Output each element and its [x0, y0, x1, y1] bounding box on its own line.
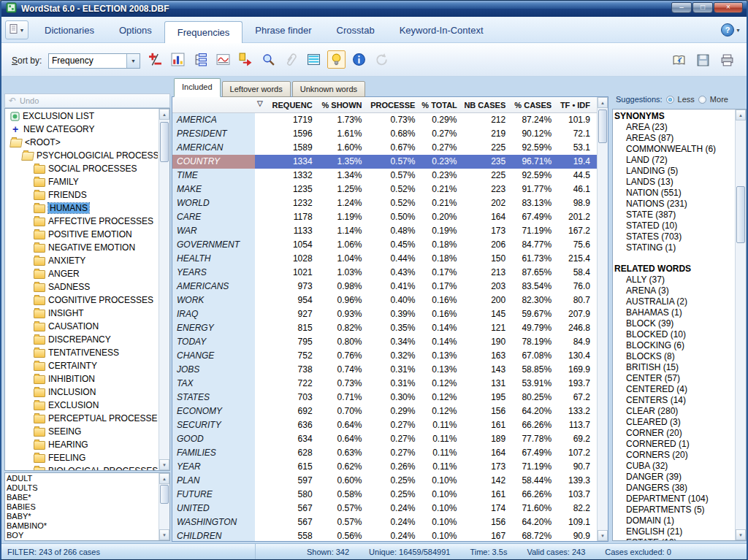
cell-pct_shown[interactable]: 1.60%: [319, 141, 369, 155]
cell-pct_shown[interactable]: 0.57%: [319, 502, 369, 515]
table-row[interactable]: JOBS7380.74%0.31%0.13%14358.85%169.9: [172, 363, 597, 377]
cell-pct_cases[interactable]: 58.85%: [512, 363, 558, 377]
cell-pct_shown[interactable]: 0.57%: [319, 515, 369, 529]
cell-word[interactable]: MAKE: [172, 183, 255, 196]
suggestion-item[interactable]: STATE (387): [614, 210, 734, 220]
cell-tf_idf[interactable]: 58.4: [558, 266, 597, 280]
cell-pct_shown[interactable]: 0.93%: [319, 307, 369, 321]
cell-pct_cases[interactable]: 67.49%: [512, 446, 558, 460]
cell-processed[interactable]: 0.29%: [369, 404, 422, 418]
suggestion-item[interactable]: STATING (1): [614, 242, 734, 253]
tab-keyword-in-context[interactable]: Keyword-In-Context: [387, 18, 496, 43]
tree-item-friends[interactable]: FRIENDS: [6, 188, 158, 202]
cell-tf_idf[interactable]: 109.1: [558, 515, 597, 529]
table-row[interactable]: WORLD12321.24%0.52%0.21%20283.13%98.9: [172, 196, 597, 210]
cell-frequency[interactable]: 973: [255, 280, 319, 294]
close-button[interactable]: ×: [714, 2, 743, 13]
scroll-down-icon[interactable]: ▼: [159, 459, 169, 470]
cell-tf_idf[interactable]: 67.2: [558, 391, 597, 404]
cell-processed[interactable]: 0.27%: [369, 446, 422, 460]
cell-nb_cases[interactable]: 142: [463, 474, 512, 488]
tree-item-perceptual-processes[interactable]: PERCEPTUAL PROCESSES: [6, 412, 158, 425]
suggestion-item[interactable]: BLOCKS (8): [614, 351, 734, 362]
cell-nb_cases[interactable]: 213: [463, 266, 512, 280]
cell-pct_total[interactable]: 0.10%: [421, 488, 463, 502]
cell-frequency[interactable]: 752: [255, 349, 319, 363]
cell-word[interactable]: WORLD: [172, 196, 255, 210]
cell-frequency[interactable]: 722: [255, 377, 319, 391]
cell-pct_cases[interactable]: 87.24%: [512, 113, 558, 127]
cell-pct_shown[interactable]: 0.73%: [319, 377, 369, 391]
tab-options[interactable]: Options: [107, 18, 164, 43]
suggestion-item[interactable]: STATES (703): [614, 231, 734, 242]
suggestions-lightbulb-icon[interactable]: [327, 50, 346, 69]
col-header-total[interactable]: % TOTAL: [421, 101, 463, 110]
cell-frequency[interactable]: 567: [255, 502, 319, 515]
table-row[interactable]: UNITED5670.57%0.24%0.10%17471.60%82.2: [172, 502, 597, 515]
cell-processed[interactable]: 0.40%: [369, 294, 422, 307]
cell-pct_total[interactable]: 0.17%: [421, 280, 463, 294]
cell-nb_cases[interactable]: 164: [463, 446, 512, 460]
cell-pct_shown[interactable]: 1.25%: [319, 183, 369, 196]
cell-pct_cases[interactable]: 92.59%: [512, 141, 558, 155]
table-row[interactable]: PLAN5970.60%0.25%0.10%14258.44%139.3: [172, 474, 597, 488]
cell-pct_total[interactable]: 0.10%: [421, 474, 463, 488]
cell-pct_shown[interactable]: 0.80%: [319, 335, 369, 349]
cell-processed[interactable]: 0.73%: [369, 113, 422, 127]
table-row[interactable]: TIME13321.34%0.57%0.23%22592.59%44.5: [172, 169, 597, 183]
cell-nb_cases[interactable]: 190: [463, 335, 512, 349]
table-row[interactable]: PRESIDENT15961.61%0.68%0.27%21990.12%72.…: [172, 127, 597, 141]
table-row[interactable]: AMERICANS9730.98%0.41%0.17%20383.54%76.0: [172, 280, 597, 294]
cell-nb_cases[interactable]: 163: [463, 349, 512, 363]
cell-frequency[interactable]: 1133: [255, 224, 319, 238]
filter-funnel-icon[interactable]: ▽: [257, 99, 263, 107]
cell-pct_cases[interactable]: 66.26%: [512, 488, 558, 502]
suggestion-item[interactable]: CENTERED (4): [614, 384, 734, 395]
cell-pct_shown[interactable]: 0.74%: [319, 363, 369, 377]
cell-pct_cases[interactable]: 82.30%: [512, 294, 558, 307]
tree-item-cognitive-processes[interactable]: COGNITIVE PROCESSES: [6, 294, 158, 307]
cell-frequency[interactable]: 1334: [255, 155, 319, 169]
subtab-leftover-words[interactable]: Leftover words: [222, 81, 291, 97]
cell-processed[interactable]: 0.50%: [369, 210, 422, 224]
suggestion-item[interactable]: BLOCKED (10): [614, 329, 734, 340]
suggestions-scrollbar[interactable]: ▲ ▼: [735, 110, 746, 540]
scroll-down-icon[interactable]: ▼: [598, 530, 608, 541]
cell-tf_idf[interactable]: 133.2: [558, 404, 597, 418]
cell-frequency[interactable]: 815: [255, 321, 319, 335]
suggestion-item[interactable]: NATIONS (231): [614, 199, 734, 210]
cell-processed[interactable]: 0.34%: [369, 335, 422, 349]
cell-processed[interactable]: 0.43%: [369, 266, 422, 280]
tree-item-exclusion[interactable]: EXCLUSION: [6, 399, 158, 412]
suggestions-less-radio[interactable]: [666, 96, 674, 104]
cell-pct_cases[interactable]: 68.72%: [512, 529, 558, 541]
cell-pct_total[interactable]: 0.11%: [421, 418, 463, 432]
table-row[interactable]: ENERGY8150.82%0.35%0.14%12149.79%246.8: [172, 321, 597, 335]
suggestion-item[interactable]: COMMONWEALTH (6): [614, 144, 734, 155]
cell-tf_idf[interactable]: 130.4: [558, 349, 597, 363]
cell-processed[interactable]: 0.45%: [369, 238, 422, 252]
dropdown-arrow-icon[interactable]: ▼: [126, 54, 140, 68]
suggestions-more-label[interactable]: More: [710, 95, 728, 104]
cell-pct_cases[interactable]: 90.12%: [512, 127, 558, 141]
cell-processed[interactable]: 0.48%: [369, 224, 422, 238]
cell-pct_total[interactable]: 0.14%: [421, 321, 463, 335]
cell-word[interactable]: JOBS: [172, 363, 255, 377]
cell-frequency[interactable]: 795: [255, 335, 319, 349]
cell-pct_total[interactable]: 0.29%: [421, 113, 463, 127]
tree-item-social-processes[interactable]: SOCIAL PROCESSES: [6, 162, 158, 175]
suggestions-more-radio[interactable]: [698, 96, 706, 104]
scroll-thumb[interactable]: [736, 186, 745, 243]
cell-pct_shown[interactable]: 1.24%: [319, 196, 369, 210]
cell-tf_idf[interactable]: 103.7: [558, 488, 597, 502]
cell-pct_total[interactable]: 0.19%: [421, 224, 463, 238]
suggestion-item[interactable]: AREA (23): [614, 122, 734, 133]
cell-processed[interactable]: 0.35%: [369, 321, 422, 335]
col-header-cases[interactable]: % CASES: [512, 101, 558, 110]
table-row[interactable]: YEARS10211.03%0.43%0.17%21387.65%58.4: [172, 266, 597, 280]
tab-crosstab[interactable]: Crosstab: [324, 18, 387, 43]
table-row[interactable]: CARE11781.19%0.50%0.20%16467.49%201.2: [172, 210, 597, 224]
cell-pct_total[interactable]: 0.10%: [421, 502, 463, 515]
cell-pct_shown[interactable]: 0.64%: [319, 418, 369, 432]
cell-pct_total[interactable]: 0.11%: [421, 446, 463, 460]
